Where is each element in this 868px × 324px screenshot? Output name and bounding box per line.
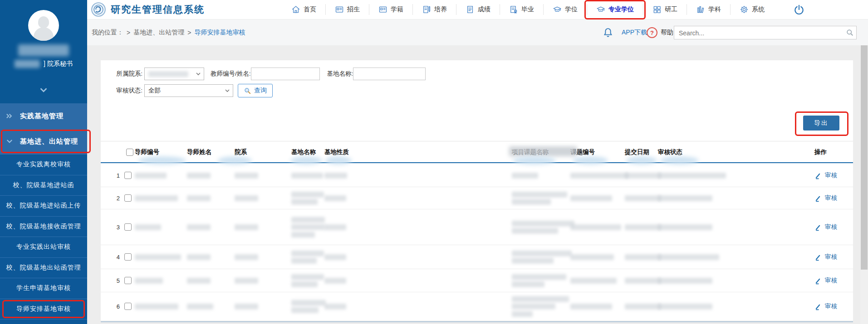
review-action-link[interactable]: 审核 xyxy=(814,253,837,261)
nav-item-label: 招生 xyxy=(347,5,360,14)
logout-power-button[interactable] xyxy=(793,4,805,16)
redacted-cell-bh xyxy=(135,252,181,261)
row-index: 2 xyxy=(109,195,120,202)
redacted-text xyxy=(625,278,661,284)
query-button[interactable]: 查询 xyxy=(238,84,273,97)
status-select[interactable]: 全部 xyxy=(144,84,233,97)
app-download-link[interactable]: APP下载 xyxy=(622,19,647,46)
select-all-cell xyxy=(126,141,133,163)
redacted-text xyxy=(570,195,612,201)
review-action-link[interactable]: 审核 xyxy=(814,171,837,179)
pencil-icon xyxy=(814,303,822,310)
sidebar-group-实践基地管理[interactable]: 实践基地管理 xyxy=(0,103,87,129)
nav-item-专业学位[interactable]: 专业学位 xyxy=(587,4,643,15)
redacted-text xyxy=(324,278,346,284)
nav-item-label: 成绩 xyxy=(478,5,490,14)
nav-item-毕业[interactable]: 毕业 xyxy=(500,4,543,15)
sidebar-item-专业实践离校审核[interactable]: 专业实践离校审核 xyxy=(0,154,87,175)
bell-icon[interactable] xyxy=(602,27,614,39)
help-label: 帮助 xyxy=(661,29,673,37)
row-checkbox[interactable] xyxy=(124,303,132,310)
review-action-link[interactable]: 审核 xyxy=(814,223,837,231)
teacher-filter-label: 教师编号/姓名: xyxy=(211,70,251,78)
row-checkbox[interactable] xyxy=(124,172,132,179)
redacted-text xyxy=(235,304,258,309)
row-index: 4 xyxy=(109,254,120,261)
breadcrumb-item[interactable]: 基地进、出站管理 xyxy=(133,29,184,37)
redacted-text xyxy=(324,195,346,201)
review-action-link[interactable]: 审核 xyxy=(814,276,837,285)
pencil-icon xyxy=(814,194,822,202)
scrollbar-thumb[interactable] xyxy=(861,45,868,270)
row-select-cell xyxy=(124,303,132,310)
table-row: 6审核 xyxy=(101,292,853,321)
redacted-cell-jdxz xyxy=(324,302,346,311)
export-button[interactable]: 导出 xyxy=(803,116,839,131)
row-checkbox[interactable] xyxy=(124,277,132,284)
redacted-text xyxy=(512,258,554,264)
nav-item-培养[interactable]: 培养 xyxy=(412,4,456,15)
sidebar-item-新增企业导师[interactable]: 新增企业导师 xyxy=(0,319,87,324)
row-checkbox[interactable] xyxy=(124,253,132,261)
card-icon xyxy=(335,5,344,14)
redacted-text xyxy=(512,296,569,302)
nav-item-研工[interactable]: 研工 xyxy=(643,4,687,15)
redacted-user-id xyxy=(15,60,40,68)
redacted-text xyxy=(625,224,661,230)
chevron-down-icon xyxy=(224,87,231,94)
search-input[interactable] xyxy=(678,26,843,40)
top-navigation: 首页招生学籍培养成绩毕业学位专业学位研工学科系统 xyxy=(282,0,774,19)
nav-item-首页[interactable]: 首页 xyxy=(282,4,325,15)
redacted-cell-tjrq xyxy=(625,302,661,311)
column-header-导师姓名: 导师姓名 xyxy=(187,141,211,163)
sidebar-item-学生申请基地审核[interactable]: 学生申请基地审核 xyxy=(0,278,87,299)
help-link[interactable]: ? 帮助 xyxy=(647,19,673,46)
sidebar-group-基地进、出站管理[interactable]: 基地进、出站管理 xyxy=(0,129,87,154)
review-action-link[interactable]: 审核 xyxy=(814,302,837,310)
query-button-label: 查询 xyxy=(254,87,267,95)
nav-item-学位[interactable]: 学位 xyxy=(543,4,587,15)
dept-select[interactable] xyxy=(144,68,204,80)
user-role-line: ] 院系秘书 xyxy=(0,60,87,68)
base-name-input[interactable] xyxy=(353,68,426,80)
redacted-text xyxy=(658,173,726,179)
nav-item-系统[interactable]: 系统 xyxy=(730,4,774,15)
redacted-cell-xm xyxy=(187,276,211,285)
review-action-label: 审核 xyxy=(825,253,837,261)
redacted-cell-tjrq xyxy=(625,193,661,203)
redacted-cell-xm xyxy=(187,222,211,232)
sidebar: ] 院系秘书 实践基地管理基地进、出站管理 专业实践离校审核校、院级基地进站函校… xyxy=(0,0,87,324)
row-checkbox[interactable] xyxy=(124,223,132,231)
redacted-cell-xmkt xyxy=(512,190,567,207)
sidebar-item-校、院级基地进站函上传[interactable]: 校、院级基地进站函上传 xyxy=(0,195,87,216)
chevron-down-icon[interactable] xyxy=(0,87,87,93)
redacted-text xyxy=(235,173,258,179)
doc-icon xyxy=(466,5,475,14)
avatar[interactable] xyxy=(28,10,59,41)
nav-item-招生[interactable]: 招生 xyxy=(325,4,369,15)
sidebar-item-校、院级基地接收函管理[interactable]: 校、院级基地接收函管理 xyxy=(0,216,87,237)
nav-item-label: 首页 xyxy=(304,5,316,14)
redacted-cell-yx xyxy=(235,302,258,311)
doc-pen-icon xyxy=(422,5,431,14)
redacted-cell-yx xyxy=(235,193,258,203)
sidebar-item-校、院级基地出站函管理[interactable]: 校、院级基地出站函管理 xyxy=(0,257,87,278)
vertical-scrollbar[interactable] xyxy=(860,45,868,324)
redacted-text xyxy=(512,228,558,234)
nav-item-成绩[interactable]: 成绩 xyxy=(456,4,500,15)
search-icon[interactable] xyxy=(845,28,854,37)
teacher-input[interactable] xyxy=(251,68,320,80)
nav-item-label: 专业学位 xyxy=(608,5,634,14)
sidebar-item-校、院级基地进站函[interactable]: 校、院级基地进站函 xyxy=(0,175,87,196)
nav-item-学籍[interactable]: 学籍 xyxy=(369,4,412,15)
nav-item-学科[interactable]: 学科 xyxy=(687,4,730,15)
avatar-silhouette xyxy=(38,16,49,28)
sidebar-item-专业实践出站审核[interactable]: 专业实践出站审核 xyxy=(0,237,87,257)
redacted-text xyxy=(512,191,567,197)
review-action-link[interactable]: 审核 xyxy=(814,194,837,202)
row-checkbox[interactable] xyxy=(124,194,132,202)
redacted-text xyxy=(135,304,178,309)
card-icon xyxy=(378,5,387,14)
select-all-checkbox[interactable] xyxy=(126,149,133,156)
sidebar-item-导师安排基地审核[interactable]: 导师安排基地审核 xyxy=(0,299,87,319)
